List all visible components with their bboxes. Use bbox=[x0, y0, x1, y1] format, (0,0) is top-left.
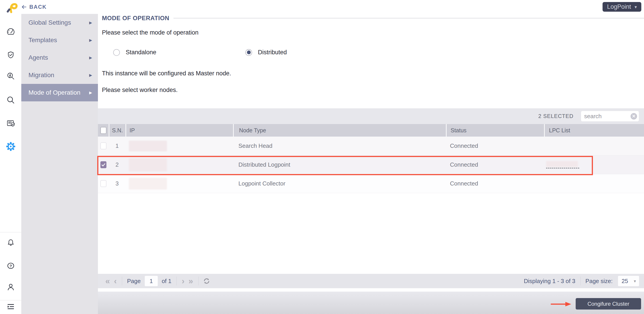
radio-circle-selected-icon bbox=[245, 49, 252, 56]
collapse-menu-icon bbox=[6, 302, 15, 311]
redacted-ip-value bbox=[129, 178, 167, 189]
tenant-dropdown-button[interactable]: LogPoint ▾ bbox=[602, 2, 641, 12]
table-body: 1 Search Head Connected 2 Distributed Lo… bbox=[98, 137, 644, 193]
top-bar: BACK LogPoint ▾ bbox=[0, 0, 644, 14]
page-size-dropdown[interactable]: 25 ▾ bbox=[618, 276, 639, 286]
back-label: BACK bbox=[29, 4, 46, 10]
sidebar-item-mode-of-operation[interactable]: Mode of Operation ▶ bbox=[21, 84, 98, 101]
page-size-value: 25 bbox=[622, 278, 628, 285]
caret-down-icon: ▾ bbox=[634, 278, 636, 284]
sidebar-item-agents[interactable]: Agents ▶ bbox=[21, 49, 98, 66]
tenant-name: LogPoint bbox=[607, 3, 631, 10]
sidebar-item-label: Templates bbox=[28, 37, 57, 44]
table-row[interactable]: 2 Distributed Logpoint Connected bbox=[98, 155, 644, 174]
rail-notifications-button[interactable] bbox=[6, 238, 16, 247]
radio-label: Standalone bbox=[126, 49, 156, 56]
cell-status: Connected bbox=[446, 180, 544, 187]
pagination-divider bbox=[198, 276, 198, 285]
page-number-input[interactable] bbox=[145, 276, 158, 286]
cell-status: Connected bbox=[446, 161, 544, 168]
svg-text:?: ? bbox=[10, 264, 12, 268]
table-toolbar: 2 SELECTED ✕ bbox=[98, 108, 644, 124]
column-header-lpc-list[interactable]: LPC List bbox=[544, 124, 644, 137]
rail-dashboard-button[interactable] bbox=[6, 27, 16, 37]
section-divider bbox=[174, 18, 644, 19]
table-row[interactable]: 3 Logpoint Collector Connected bbox=[98, 174, 644, 193]
cell-node-type: Logpoint Collector bbox=[233, 180, 446, 187]
first-page-button[interactable]: « bbox=[103, 277, 112, 285]
logpoint-logo-icon[interactable] bbox=[4, 2, 18, 14]
sidebar-item-templates[interactable]: Templates ▶ bbox=[21, 32, 98, 49]
shield-check-icon bbox=[6, 51, 15, 60]
pagination-divider bbox=[580, 276, 580, 285]
radio-label: Distributed bbox=[258, 49, 287, 56]
rail-report-button[interactable] bbox=[6, 119, 16, 128]
redacted-ip-value bbox=[129, 141, 167, 151]
section-header: MODE OF OPERATION bbox=[102, 14, 644, 22]
configure-cluster-button[interactable]: Congifure Cluster bbox=[576, 298, 641, 309]
page-size-label: Page size: bbox=[586, 278, 613, 285]
refresh-icon bbox=[203, 277, 210, 285]
cell-status: Connected bbox=[446, 142, 544, 149]
sidebar-item-label: Mode of Operation bbox=[28, 89, 80, 96]
dashboard-gauge-icon bbox=[6, 27, 15, 36]
table-header: S.N. IP Node Type Status LPC List bbox=[98, 124, 644, 137]
radio-distributed[interactable]: Distributed bbox=[245, 49, 287, 56]
investigate-magnifier-icon bbox=[6, 72, 15, 81]
rail-search-button[interactable] bbox=[6, 95, 16, 105]
clear-search-icon[interactable]: ✕ bbox=[630, 113, 637, 120]
page-label: Page bbox=[127, 278, 141, 285]
cell-sn: 3 bbox=[109, 180, 126, 187]
row-checkbox-checked[interactable] bbox=[100, 161, 106, 168]
rail-settings-button[interactable] bbox=[6, 142, 16, 151]
rail-collapse-menu-button[interactable] bbox=[6, 302, 16, 311]
help-question-icon: ? bbox=[6, 261, 16, 270]
column-header-sn[interactable]: S.N. bbox=[109, 124, 126, 137]
cell-lpc-list bbox=[544, 161, 644, 168]
app-window: BACK LogPoint ▾ bbox=[0, 0, 644, 314]
selected-count-badge: 2 SELECTED bbox=[538, 113, 574, 119]
caret-down-icon: ▾ bbox=[634, 4, 637, 10]
rail-help-button[interactable]: ? bbox=[6, 261, 16, 270]
pagination-divider bbox=[176, 276, 176, 285]
master-node-note: This instance will be configured as Mast… bbox=[102, 70, 231, 77]
notifications-bell-icon bbox=[6, 238, 15, 247]
column-header-node-type[interactable]: Node Type bbox=[233, 124, 446, 137]
chevron-right-icon: ▶ bbox=[89, 38, 92, 43]
footer-bar bbox=[98, 291, 644, 314]
column-header-status[interactable]: Status bbox=[446, 124, 544, 137]
rail-security-button[interactable] bbox=[6, 50, 16, 60]
redacted-ip-value bbox=[129, 158, 167, 171]
table-row[interactable]: 1 Search Head Connected bbox=[98, 137, 644, 155]
sidebar-item-migration[interactable]: Migration ▶ bbox=[21, 66, 98, 84]
worker-nodes-prompt: Please select worker nodes. bbox=[102, 87, 178, 94]
back-button[interactable]: BACK bbox=[21, 0, 46, 14]
sidebar-item-label: Migration bbox=[28, 72, 54, 79]
refresh-button[interactable] bbox=[202, 277, 212, 285]
mode-radio-group: Standalone Distributed bbox=[98, 49, 644, 57]
rail-user-button[interactable] bbox=[6, 282, 16, 292]
select-all-checkbox[interactable] bbox=[100, 127, 106, 134]
last-page-button[interactable]: » bbox=[186, 277, 195, 285]
column-header-ip[interactable]: IP bbox=[126, 124, 233, 137]
rail-investigate-button[interactable] bbox=[6, 72, 16, 81]
chevron-right-icon: ▶ bbox=[89, 55, 92, 60]
sidebar-item-label: Agents bbox=[28, 54, 48, 61]
rail-divider bbox=[0, 232, 21, 232]
redacted-lpc-value bbox=[546, 161, 578, 167]
previous-page-button[interactable]: ‹ bbox=[112, 277, 119, 285]
row-checkbox[interactable] bbox=[100, 180, 106, 187]
search-input[interactable] bbox=[584, 113, 630, 120]
cell-sn: 1 bbox=[109, 142, 126, 149]
pagination-bar: « ‹ Page of 1 › » bbox=[98, 274, 644, 288]
row-checkbox[interactable] bbox=[100, 142, 106, 149]
next-page-button[interactable]: › bbox=[180, 277, 186, 285]
mode-intro-text: Please select the mode of operation bbox=[102, 29, 198, 36]
check-icon bbox=[102, 163, 105, 166]
user-profile-icon bbox=[6, 283, 15, 291]
redacted-lpc-underline bbox=[546, 168, 579, 168]
sidebar-item-global-settings[interactable]: Global Settings ▶ bbox=[21, 14, 98, 32]
radio-standalone[interactable]: Standalone bbox=[113, 49, 156, 56]
cell-node-type: Distributed Logpoint bbox=[233, 161, 446, 168]
sidebar-item-label: Global Settings bbox=[28, 19, 71, 26]
